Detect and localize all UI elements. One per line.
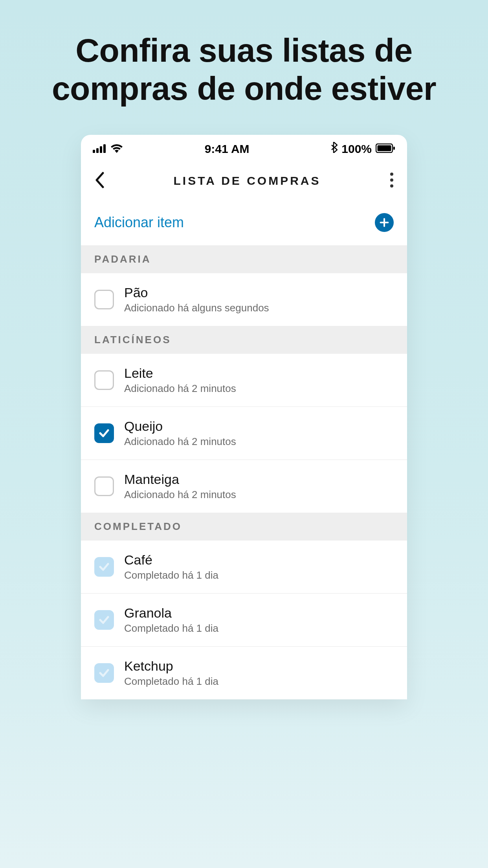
svg-rect-5 bbox=[378, 145, 391, 151]
more-menu-button[interactable] bbox=[390, 172, 394, 189]
list-item[interactable]: ManteigaAdicionado há 2 minutos bbox=[81, 460, 407, 513]
check-icon bbox=[98, 667, 110, 679]
list-item[interactable]: CaféCompletado há 1 dia bbox=[81, 541, 407, 594]
item-title: Leite bbox=[124, 366, 236, 381]
item-checkbox[interactable] bbox=[94, 557, 114, 577]
status-time: 9:41 AM bbox=[205, 142, 250, 156]
item-checkbox[interactable] bbox=[94, 423, 114, 443]
device-frame: 9:41 AM 100% LISTA DE COMPRAS Adicionar … bbox=[81, 135, 407, 699]
item-checkbox[interactable] bbox=[94, 370, 114, 390]
wifi-icon bbox=[110, 142, 123, 156]
cellular-icon bbox=[93, 142, 106, 156]
svg-rect-1 bbox=[96, 148, 99, 153]
svg-rect-6 bbox=[393, 147, 395, 150]
section-header: COMPLETADO bbox=[81, 513, 407, 541]
back-button[interactable] bbox=[94, 171, 105, 190]
list-item[interactable]: QueijoAdicionado há 2 minutos bbox=[81, 407, 407, 460]
bluetooth-icon bbox=[330, 142, 338, 156]
battery-icon bbox=[376, 142, 395, 156]
battery-percent: 100% bbox=[341, 142, 372, 156]
item-subtitle: Adicionado há alguns segundos bbox=[124, 302, 269, 314]
item-title: Ketchup bbox=[124, 658, 218, 674]
check-icon bbox=[98, 427, 110, 439]
item-title: Pão bbox=[124, 285, 269, 300]
status-bar: 9:41 AM 100% bbox=[81, 135, 407, 160]
item-subtitle: Completado há 1 dia bbox=[124, 569, 218, 581]
plus-icon bbox=[379, 217, 390, 228]
item-checkbox[interactable] bbox=[94, 476, 114, 496]
item-checkbox[interactable] bbox=[94, 610, 114, 630]
nav-bar: LISTA DE COMPRAS bbox=[81, 160, 407, 206]
item-title: Café bbox=[124, 552, 218, 568]
add-item-button[interactable] bbox=[375, 213, 394, 232]
item-checkbox[interactable] bbox=[94, 290, 114, 309]
item-subtitle: Completado há 1 dia bbox=[124, 675, 218, 688]
svg-rect-2 bbox=[100, 146, 102, 153]
promo-headline: Confira suas listas de compras de onde e… bbox=[0, 0, 488, 107]
svg-point-7 bbox=[390, 173, 393, 176]
svg-rect-3 bbox=[103, 144, 106, 153]
section-header: LATICÍNEOS bbox=[81, 326, 407, 354]
item-subtitle: Completado há 1 dia bbox=[124, 622, 218, 634]
item-title: Queijo bbox=[124, 419, 236, 434]
svg-point-9 bbox=[390, 184, 393, 188]
svg-rect-0 bbox=[93, 150, 95, 153]
check-icon bbox=[98, 614, 110, 626]
item-title: Manteiga bbox=[124, 472, 236, 487]
svg-point-8 bbox=[390, 178, 393, 182]
list-item[interactable]: GranolaCompletado há 1 dia bbox=[81, 594, 407, 647]
list-item[interactable]: PãoAdicionado há alguns segundos bbox=[81, 273, 407, 326]
list-item[interactable]: KetchupCompletado há 1 dia bbox=[81, 647, 407, 699]
page-title: LISTA DE COMPRAS bbox=[105, 174, 390, 188]
item-subtitle: Adicionado há 2 minutos bbox=[124, 489, 236, 501]
item-title: Granola bbox=[124, 605, 218, 621]
item-subtitle: Adicionado há 2 minutos bbox=[124, 436, 236, 448]
add-item-label: Adicionar item bbox=[94, 214, 184, 231]
section-header: PADARIA bbox=[81, 245, 407, 273]
item-checkbox[interactable] bbox=[94, 663, 114, 683]
add-item-row[interactable]: Adicionar item bbox=[81, 206, 407, 245]
list-item[interactable]: LeiteAdicionado há 2 minutos bbox=[81, 354, 407, 407]
item-subtitle: Adicionado há 2 minutos bbox=[124, 383, 236, 395]
check-icon bbox=[98, 561, 110, 573]
